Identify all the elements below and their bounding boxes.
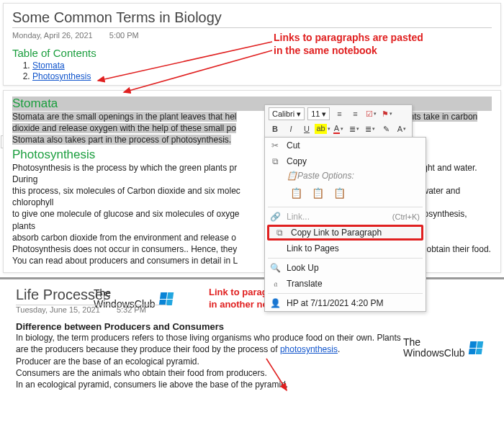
menu-link-to-pages[interactable]: Link to Pages: [265, 241, 426, 256]
styles-button[interactable]: A▾: [395, 122, 408, 135]
menu-cut[interactable]: ✂Cut: [265, 138, 426, 153]
annotation-top: Links to paragraphs are pasted in the sa…: [274, 32, 423, 57]
bold-button[interactable]: B: [269, 122, 282, 135]
context-menu: ✂Cut ⧉Copy 📋Paste Options: 📋 📋 📋 🔗Link..…: [264, 137, 426, 312]
bullets-button[interactable]: ≣▾: [348, 122, 361, 135]
link-stomata[interactable]: Stomata: [32, 60, 65, 71]
copy-icon: ⧉: [269, 156, 281, 166]
menu-separator: [268, 293, 423, 294]
heading-stomata[interactable]: Stomata: [12, 96, 492, 111]
flag-button[interactable]: ⚑▾: [380, 107, 393, 120]
translate-icon: 𝔞: [269, 279, 281, 289]
menu-translate[interactable]: 𝔞Translate: [265, 276, 426, 292]
paste-text-only-button[interactable]: 📋: [330, 184, 348, 202]
mini-toolbar: Calibri▾ 11▾ ≡ ≡ ☑▾ ⚑▾ B I U ab▾ A▾ ≣▾ ≣…: [264, 104, 413, 138]
paste-options-label: 📋Paste Options:: [265, 169, 426, 182]
toc-item-stomata: Stomata: [32, 60, 492, 71]
page-biology: Some Common Terms in Biology Monday, Apr…: [3, 3, 501, 86]
highlight-button[interactable]: ab▾: [316, 122, 329, 135]
page-time-2: 5:32 PM: [117, 305, 146, 314]
windows-flag-icon: [468, 341, 483, 354]
toc-item-photosynthesis: Photosynthesis: [32, 71, 492, 81]
link-icon: 🔗: [269, 212, 281, 222]
italic-button[interactable]: I: [284, 122, 297, 135]
font-size-select[interactable]: 11▾: [307, 107, 330, 120]
logo-windowsclub-bottom: The WindowsClub: [403, 337, 482, 359]
content-container: Stomata Stomata are the small openings i…: [3, 90, 501, 273]
menu-link: 🔗Link...(Ctrl+K): [265, 209, 426, 225]
menu-separator: [268, 207, 423, 207]
page-date-2: Tuesday, June 15, 2021: [16, 305, 100, 314]
outdent-button[interactable]: ≡: [333, 107, 346, 120]
paste-options-row: 📋 📋 📋: [265, 182, 426, 205]
scissors-icon: ✂: [269, 140, 281, 151]
indent-button[interactable]: ≡: [348, 107, 361, 120]
page-title-2[interactable]: Life Processes: [16, 287, 167, 305]
numbering-button[interactable]: ≣▾: [364, 122, 377, 135]
page-title[interactable]: Some Common Terms in Biology: [12, 9, 492, 28]
toc-list: Stomata Photosynthesis: [32, 60, 492, 81]
menu-look-up[interactable]: 🔍Look Up: [265, 260, 426, 276]
underline-button[interactable]: U: [300, 122, 313, 135]
link-photosynthesis[interactable]: Photosynthesis: [32, 71, 91, 81]
heading-producers-consumers: Difference between Producers and Consume…: [16, 321, 495, 332]
paste-keep-formatting-button[interactable]: 📋: [287, 184, 305, 202]
link-photosynthesis-cross[interactable]: photosynthesis: [280, 344, 338, 354]
page-life-processes: Life Processes Tuesday, June 15, 2021 5:…: [0, 277, 504, 390]
font-family-select[interactable]: Calibri▾: [269, 107, 305, 120]
person-icon: 👤: [269, 298, 281, 308]
search-icon: 🔍: [269, 263, 281, 273]
menu-author-stamp[interactable]: 👤HP at 7/11/2021 4:20 PM: [265, 295, 426, 311]
font-color-button[interactable]: A▾: [332, 122, 345, 135]
todo-tag-button[interactable]: ☑▾: [364, 107, 377, 120]
paste-icon: 📋: [287, 171, 297, 181]
page-time: 5:00 PM: [109, 31, 139, 40]
menu-separator: [268, 258, 423, 259]
copy-link-icon: ⧉: [274, 228, 285, 238]
menu-copy-link-to-paragraph[interactable]: ⧉Copy Link to Paragraph: [267, 225, 423, 241]
menu-copy[interactable]: ⧉Copy: [265, 153, 426, 169]
format-painter-button[interactable]: ✎: [379, 122, 392, 135]
paste-merge-formatting-button[interactable]: 📋: [308, 184, 327, 202]
page-date: Monday, April 26, 2021: [12, 31, 93, 40]
